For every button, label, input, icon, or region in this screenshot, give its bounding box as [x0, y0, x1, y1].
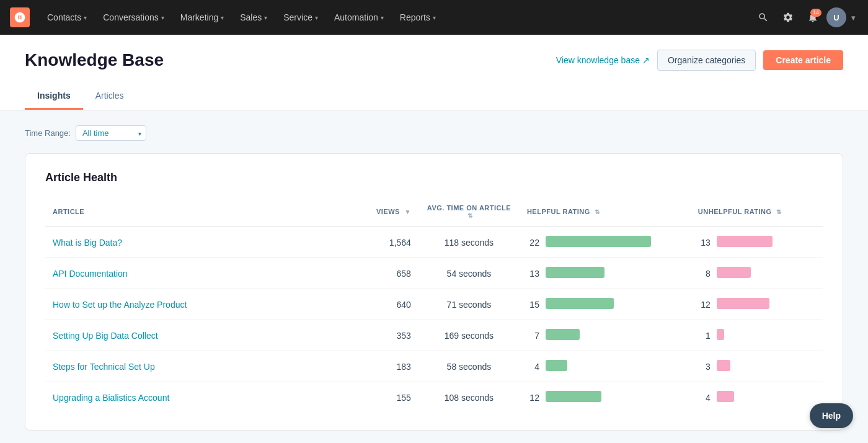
- nav-item-marketing[interactable]: Marketing▾: [173, 7, 231, 27]
- column-helpful-rating[interactable]: Helpful Rating ⇅: [520, 199, 691, 227]
- settings-button[interactable]: [777, 6, 799, 29]
- table-header-row: Article Views ▼ Avg. Time On Article ⇅ H…: [45, 199, 823, 227]
- nav-item-reports[interactable]: Reports▾: [392, 7, 443, 27]
- unhelpful-count: 12: [698, 300, 711, 310]
- article-link-2[interactable]: How to Set up the Analyze Product: [53, 300, 187, 310]
- unhelpful-rating-cell: 13: [691, 227, 823, 258]
- time-range-wrapper: All time Last 7 days Last 30 days Last 9…: [76, 125, 146, 141]
- views-cell: 640: [341, 289, 418, 320]
- nav-item-automation[interactable]: Automation▾: [327, 7, 391, 27]
- unhelpful-bar: [717, 329, 724, 340]
- header-actions: View knowledge base ↗ Organize categorie…: [556, 50, 843, 71]
- helpful-count: 13: [527, 269, 539, 279]
- unhelpful-rating-cell: 4: [691, 382, 823, 413]
- account-expand-button[interactable]: ▾: [849, 11, 858, 25]
- notification-badge: 14: [810, 9, 822, 17]
- unhelpful-bar-container: [717, 298, 815, 311]
- column-unhelpful-rating[interactable]: Unhelpful Rating ⇅: [691, 199, 823, 227]
- column-article: Article: [45, 199, 341, 227]
- article-link-5[interactable]: Upgrading a Bialistics Account: [53, 393, 169, 403]
- helpful-count: 7: [527, 331, 539, 341]
- views-sort-icon: ▼: [405, 208, 411, 215]
- unhelpful-bar: [717, 236, 773, 247]
- helpful-bar: [546, 329, 580, 340]
- avg-time-cell: 58 seconds: [418, 351, 520, 382]
- organize-categories-button[interactable]: Organize categories: [657, 50, 756, 71]
- column-views[interactable]: Views ▼: [341, 199, 418, 227]
- time-range-select[interactable]: All time Last 7 days Last 30 days Last 9…: [76, 125, 146, 141]
- helpful-bar-container: [546, 329, 683, 342]
- views-cell: 155: [341, 382, 418, 413]
- avg-time-cell: 54 seconds: [418, 258, 520, 289]
- views-cell: 658: [341, 258, 418, 289]
- nav-item-sales[interactable]: Sales▾: [232, 7, 275, 27]
- unhelpful-rating-cell: 1: [691, 320, 823, 351]
- helpful-rating-cell: 7: [520, 320, 691, 351]
- table-row: Upgrading a Bialistics Account155108 sec…: [45, 382, 823, 413]
- helpful-bar: [546, 267, 604, 278]
- unhelpful-sort-icon: ⇅: [776, 208, 782, 215]
- tabs: InsightsArticles: [25, 83, 843, 110]
- search-button[interactable]: [752, 6, 774, 29]
- unhelpful-bar: [717, 267, 751, 278]
- unhelpful-count: 8: [698, 269, 711, 279]
- article-link-3[interactable]: Setting Up Big Data Collect: [53, 331, 158, 341]
- article-link-0[interactable]: What is Big Data?: [53, 238, 122, 248]
- page-title: Knowledge Base: [25, 50, 164, 70]
- notifications-button[interactable]: 14: [802, 6, 824, 29]
- avatar[interactable]: U: [826, 7, 846, 27]
- helpful-rating-cell: 12: [520, 382, 691, 413]
- page-content: Time Range: All time Last 7 days Last 30…: [0, 110, 868, 443]
- article-health-table: Article Views ▼ Avg. Time On Article ⇅ H…: [45, 199, 823, 413]
- views-cell: 1,564: [341, 227, 418, 258]
- page-header: Knowledge Base View knowledge base ↗ Org…: [0, 35, 868, 110]
- unhelpful-count: 1: [698, 331, 711, 341]
- nav-item-conversations[interactable]: Conversations▾: [95, 7, 172, 27]
- unhelpful-rating-cell: 12: [691, 289, 823, 320]
- helpful-sort-icon: ⇅: [595, 208, 600, 215]
- avg-time-cell: 108 seconds: [418, 382, 520, 413]
- helpful-count: 22: [527, 238, 539, 248]
- time-range-bar: Time Range: All time Last 7 days Last 30…: [25, 125, 843, 141]
- unhelpful-bar-container: [717, 267, 815, 280]
- avg-time-cell: 169 seconds: [418, 320, 520, 351]
- unhelpful-rating-cell: 3: [691, 351, 823, 382]
- article-link-1[interactable]: API Documentation: [53, 269, 128, 279]
- helpful-bar-container: [546, 267, 683, 280]
- avg-time-cell: 71 seconds: [418, 289, 520, 320]
- nav-item-contacts[interactable]: Contacts▾: [40, 7, 94, 27]
- helpful-count: 12: [527, 393, 539, 403]
- tab-articles[interactable]: Articles: [83, 83, 136, 110]
- unhelpful-bar-container: [717, 236, 815, 249]
- helpful-rating-cell: 13: [520, 258, 691, 289]
- table-row: What is Big Data?1,564118 seconds 22 13: [45, 227, 823, 258]
- unhelpful-count: 4: [698, 393, 711, 403]
- topnav: Contacts▾Conversations▾Marketing▾Sales▾S…: [0, 0, 868, 35]
- unhelpful-bar: [717, 360, 730, 371]
- tab-insights[interactable]: Insights: [25, 83, 83, 110]
- column-avg-time[interactable]: Avg. Time On Article ⇅: [418, 199, 520, 227]
- helpful-bar: [546, 391, 601, 402]
- helpful-count: 4: [527, 362, 539, 372]
- view-knowledge-base-link[interactable]: View knowledge base ↗: [556, 55, 650, 65]
- unhelpful-count: 3: [698, 362, 711, 372]
- views-cell: 353: [341, 320, 418, 351]
- help-button[interactable]: Help: [810, 403, 853, 428]
- helpful-rating-cell: 15: [520, 289, 691, 320]
- table-row: How to Set up the Analyze Product64071 s…: [45, 289, 823, 320]
- create-article-button[interactable]: Create article: [763, 50, 843, 70]
- table-row: Steps for Technical Set Up18358 seconds …: [45, 351, 823, 382]
- views-cell: 183: [341, 351, 418, 382]
- helpful-bar: [546, 236, 651, 247]
- helpful-bar: [546, 298, 614, 309]
- nav-item-service[interactable]: Service▾: [276, 7, 326, 27]
- helpful-bar: [546, 360, 567, 371]
- unhelpful-bar-container: [717, 329, 815, 342]
- hubspot-logo[interactable]: [10, 7, 30, 27]
- helpful-bar-container: [546, 236, 683, 249]
- table-row: Setting Up Big Data Collect353169 second…: [45, 320, 823, 351]
- helpful-bar-container: [546, 360, 683, 373]
- card-title: Article Health: [45, 171, 823, 184]
- article-link-4[interactable]: Steps for Technical Set Up: [53, 362, 155, 372]
- avg-time-sort-icon: ⇅: [467, 212, 473, 219]
